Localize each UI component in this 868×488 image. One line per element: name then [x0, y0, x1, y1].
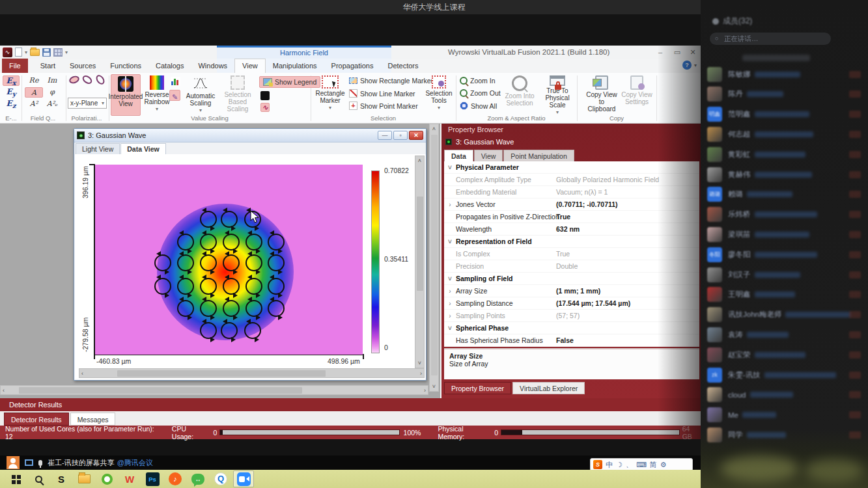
tab-detector-results[interactable]: Detector Results	[4, 413, 69, 426]
app-logo-icon[interactable]: ∿	[3, 47, 12, 57]
speaking-status-box[interactable]: 正在讲话…	[710, 33, 831, 45]
participant-row[interactable]: 王明鑫	[707, 286, 863, 304]
participant-row[interactable]: 同学	[707, 426, 863, 444]
ez-component-button[interactable]: Ez	[3, 99, 20, 109]
participant-row[interactable]: 陈丹	[707, 85, 863, 103]
taskbar-file-explorer-icon[interactable]	[74, 470, 94, 487]
doc-minimize-button[interactable]: —	[378, 131, 392, 140]
show-point-marker-button[interactable]: + Show Point Marker	[349, 102, 418, 110]
collapse-icon[interactable]: ˅	[444, 164, 456, 171]
taskbar-tencent-meeting-icon[interactable]	[233, 470, 254, 487]
tab-propagations[interactable]: Propagations	[324, 59, 381, 73]
participant-row[interactable]: 刘汉子	[707, 265, 863, 284]
taskbar-music-player-icon[interactable]: ♪	[165, 470, 186, 487]
tab-data-view[interactable]: Data View	[120, 143, 165, 154]
participant-row[interactable]: 黄赫伟	[707, 165, 863, 183]
mdi-vertical-scrollbar[interactable]: ˄ ˅	[429, 124, 439, 392]
rectangle-marker-button[interactable]: Rectangle Marker▾	[314, 74, 346, 116]
tab-start[interactable]: Start	[33, 59, 63, 73]
expand-icon[interactable]: ›	[444, 312, 456, 319]
scroll-up-icon[interactable]: ˄	[430, 126, 438, 132]
tab-functions[interactable]: Functions	[103, 59, 148, 73]
automatic-scaling-button[interactable]: Automatic Scaling▾	[184, 74, 217, 116]
toolbar-options-caret-icon[interactable]: ▾	[65, 47, 68, 57]
polarization-ellipse3-icon[interactable]	[94, 74, 106, 86]
copy-view-to-clipboard-button[interactable]: Copy View to Clipboard	[585, 74, 619, 116]
participant-row[interactable]: 赵宝荣	[707, 346, 863, 364]
tab-messages[interactable]: Messages	[70, 413, 116, 426]
participant-row[interactable]: 讯技John梅老师	[707, 306, 863, 324]
document-title-bar[interactable]: 3: Gaussian Wave — ▫ ✕	[74, 129, 426, 142]
show-all-button[interactable]: Show All	[460, 102, 497, 110]
zoom-into-selection-button[interactable]: Zoom Into Selection	[503, 74, 537, 116]
ex-component-button[interactable]: Ex	[3, 75, 20, 86]
expand-icon[interactable]: ›	[444, 288, 456, 295]
calculator-icon[interactable]	[53, 48, 63, 57]
real-part-button[interactable]: Re	[25, 75, 43, 86]
show-rectangle-marker-button[interactable]: Show Rectangle Marker	[349, 77, 433, 85]
participant-row[interactable]: zk朱雯-讯技	[707, 366, 863, 384]
squared-amplitude-button[interactable]: A²	[25, 99, 43, 109]
tab-virtuallab-explorer[interactable]: VirtualLab Explorer	[512, 382, 585, 394]
participant-row[interactable]: Me	[707, 406, 863, 424]
participant-row[interactable]: 陈敏娜	[707, 65, 863, 83]
taskbar-browser-360-icon[interactable]	[96, 470, 117, 487]
participant-row[interactable]: 何志超	[707, 125, 863, 143]
detector-results-header[interactable]: Detector Results	[0, 398, 701, 411]
tab-view[interactable]: View	[234, 59, 266, 73]
notification-app-link[interactable]: @腾讯会议	[117, 458, 153, 468]
taskbar-photoshop-icon[interactable]: Ps	[142, 470, 163, 487]
document-vertical-scrollbar[interactable]: ˄ ˅	[415, 156, 425, 368]
participant-row[interactable]: 明鑫范明鑫	[707, 105, 863, 124]
expand-icon[interactable]: ›	[444, 201, 456, 208]
participant-row[interactable]: 黄彩虹	[707, 145, 863, 163]
participant-row[interactable]: 袁涛	[707, 325, 863, 344]
collapse-icon[interactable]: ˅	[444, 325, 456, 332]
ime-toolbar[interactable]: S 中 ☽ 、 ⌨ 简 ⚙	[590, 458, 693, 471]
scroll-left-icon[interactable]: ‹	[3, 387, 5, 394]
interpolated-view-button[interactable]: Interpolated View	[111, 74, 141, 116]
new-document-icon[interactable]	[15, 47, 22, 57]
tab-light-view[interactable]: Light View	[76, 143, 120, 154]
bar-chart-icon[interactable]	[171, 77, 180, 86]
field-plot[interactable]	[95, 165, 363, 355]
ey-component-button[interactable]: Ey	[3, 87, 20, 98]
scroll-right-icon[interactable]: ›	[424, 387, 426, 394]
participant-row[interactable]: cloud	[707, 386, 863, 404]
tab-data[interactable]: Data	[444, 150, 473, 161]
zoom-in-button[interactable]: Zoom In	[460, 77, 496, 85]
polarization-plane-dropdown[interactable]: x-y-Plane▾	[68, 98, 107, 109]
expand-icon[interactable]: ›	[444, 300, 456, 307]
ime-halfwidth-icon[interactable]: ☽	[616, 461, 623, 469]
show-legend-toggle[interactable]: Show Legend	[259, 76, 320, 88]
energy-density-button[interactable]: A²ₑ	[43, 99, 61, 109]
participant-row[interactable]: 梁琪苗	[707, 225, 863, 243]
selection-tools-button[interactable]: Selection Tools▾	[423, 74, 455, 116]
squiggle-colormap-icon[interactable]: ∿	[260, 103, 270, 112]
reverse-rainbow-button[interactable]: Reverse Rainbow▾	[142, 74, 172, 116]
tab-file[interactable]: File	[2, 59, 28, 73]
amplitude-button[interactable]: A	[25, 87, 43, 98]
tab-view[interactable]: View	[474, 150, 503, 161]
taskbar-wechat-icon[interactable]: ‥	[188, 470, 208, 487]
participant-row[interactable]: 璐璐赖璐	[707, 185, 863, 204]
collapse-icon[interactable]: ˅	[444, 275, 456, 282]
phase-button[interactable]: φ	[43, 87, 61, 98]
taskbar-app-s-icon[interactable]: S	[51, 470, 72, 487]
true-to-physical-scale-button[interactable]: True To Physical Scale▾	[539, 74, 576, 116]
tab-sources[interactable]: Sources	[63, 59, 103, 73]
doc-close-button[interactable]: ✕	[409, 131, 423, 140]
ime-keyboard-icon[interactable]: ⌨	[636, 461, 647, 469]
mdi-horizontal-scrollbar[interactable]: ‹ ›	[0, 385, 428, 395]
ime-punctuation-icon[interactable]: 、	[626, 460, 633, 470]
taskbar-qq-browser-icon[interactable]: Q	[210, 470, 231, 487]
tab-windows[interactable]: Windows	[191, 59, 234, 73]
show-line-marker-button[interactable]: Show Line Marker	[349, 89, 415, 98]
new-dropdown-caret-icon[interactable]: ▾	[25, 47, 27, 57]
polarization-ellipse-icon[interactable]	[68, 75, 81, 85]
open-icon[interactable]	[30, 49, 40, 56]
ime-settings-icon[interactable]: ⚙	[660, 461, 667, 469]
selection-based-scaling-button[interactable]: Selection Based Scaling	[219, 74, 257, 116]
zoom-out-button[interactable]: Zoom Out	[460, 89, 501, 97]
doc-restore-button[interactable]: ▫	[393, 131, 408, 140]
